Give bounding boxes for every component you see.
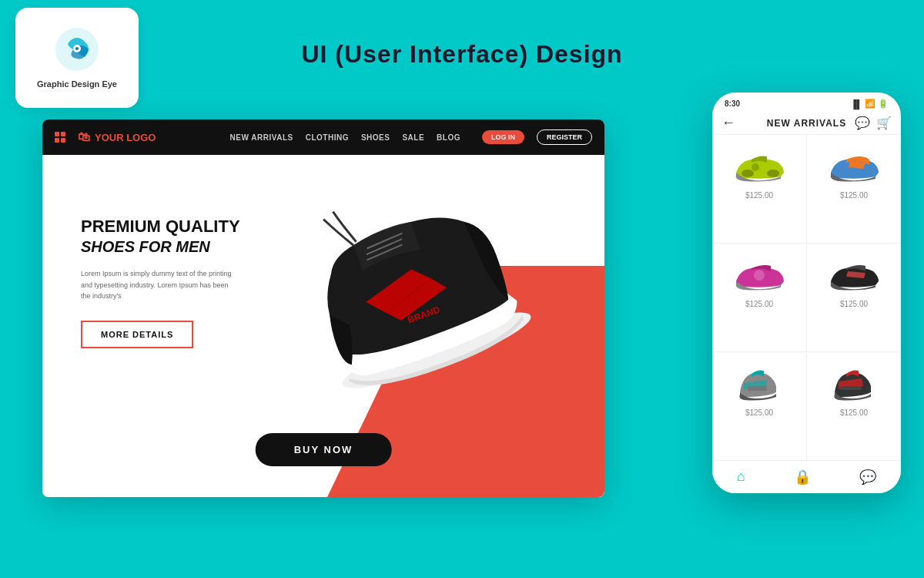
mobile-bottom-nav: ⌂ 🔒 💬 [712, 460, 901, 493]
nav-link-sale[interactable]: SALE [402, 133, 424, 142]
product-card-4[interactable]: $125.00 [807, 244, 901, 351]
nav-link-arrivals[interactable]: NEW ARRIVALS [230, 133, 293, 142]
svg-point-9 [767, 170, 779, 177]
hero-title-line2: SHOES FOR MEN [81, 238, 240, 256]
register-button[interactable]: REGISTER [537, 129, 592, 145]
desktop-hero: PREMIUM QUALITY SHOES FOR MEN Lorem Ipsu… [42, 155, 604, 497]
hero-content: PREMIUM QUALITY SHOES FOR MEN Lorem Ipsu… [81, 217, 240, 348]
hero-shoe-image: BRAND [266, 170, 558, 417]
svg-rect-13 [840, 386, 862, 390]
brand-name: Graphic Design Eye [37, 79, 117, 89]
product-price-3: $125.00 [745, 300, 773, 308]
nav-link-blog[interactable]: BLOG [437, 133, 460, 142]
nav-brand-name: YOUR LOGO [95, 132, 156, 143]
product-price-4: $125.00 [840, 300, 868, 308]
buy-now-button[interactable]: BUY NOW [256, 433, 392, 466]
mobile-nav-icons: 💬 🛒 [855, 116, 892, 130]
nav-brand: 🛍 YOUR LOGO [78, 130, 156, 144]
product-img-3 [728, 253, 790, 295]
product-card-2[interactable]: $125.00 [807, 135, 901, 243]
product-price-6: $125.00 [840, 408, 868, 417]
product-card-1[interactable]: $125.00 [712, 135, 806, 243]
hero-description: Lorem Ipsum is simply dummy text of the … [81, 268, 235, 301]
home-nav-icon[interactable]: ⌂ [737, 469, 745, 486]
back-button[interactable]: ← [721, 115, 735, 131]
product-price-2: $125.00 [840, 191, 868, 200]
product-price-1: $125.00 [745, 191, 773, 200]
nav-link-clothing[interactable]: CLOTHING [306, 133, 349, 142]
mobile-mockup: 8:30 ▐▌ 📶 🔋 ← NEW ARRIVALS 💬 🛒 [712, 92, 901, 493]
login-button[interactable]: LOG IN [482, 130, 524, 144]
shoe-svg: BRAND [281, 186, 543, 402]
svg-point-10 [752, 163, 759, 171]
nav-links: NEW ARRIVALS CLOTHING SHOES SALE BLOG [230, 133, 460, 142]
product-img-6 [823, 361, 885, 404]
product-img-2 [823, 144, 885, 187]
wifi-icon: 📶 [865, 99, 875, 109]
product-price-5: $125.00 [745, 408, 773, 417]
desktop-navbar: 🛍 YOUR LOGO NEW ARRIVALS CLOTHING SHOES … [42, 119, 604, 155]
product-card-6[interactable]: $125.00 [807, 352, 901, 460]
desktop-mockup: 🛍 YOUR LOGO NEW ARRIVALS CLOTHING SHOES … [42, 119, 604, 497]
bag-icon: 🛍 [78, 130, 90, 144]
signal-bars-icon: ▐▌ [850, 99, 862, 109]
grid-icon [55, 132, 65, 143]
product-img-1 [728, 144, 790, 187]
status-time: 8:30 [725, 99, 740, 108]
battery-icon: 🔋 [878, 99, 889, 109]
mobile-nav-bar: ← NEW ARRIVALS 💬 🛒 [712, 112, 901, 135]
chat-icon[interactable]: 💬 [855, 116, 870, 130]
product-img-4 [823, 253, 885, 295]
nav-link-shoes[interactable]: SHOES [361, 133, 390, 142]
product-img-5 [728, 361, 790, 404]
svg-point-8 [742, 170, 754, 177]
cart-icon[interactable]: 🛒 [876, 116, 892, 130]
svg-rect-12 [748, 386, 767, 391]
product-card-5[interactable]: $125.00 [712, 352, 806, 460]
svg-point-11 [754, 270, 765, 281]
mobile-status-bar: 8:30 ▐▌ 📶 🔋 [712, 92, 901, 112]
page-title: UI (User Interface) Design [0, 40, 924, 69]
hero-title-line1: PREMIUM QUALITY [81, 217, 240, 237]
lock-nav-icon[interactable]: 🔒 [794, 469, 811, 486]
more-details-button[interactable]: MORE DETAILS [81, 321, 193, 348]
mobile-nav-title: NEW ARRIVALS [767, 118, 846, 129]
mobile-products-grid: $125.00 $125.00 [712, 135, 901, 460]
chat-nav-icon[interactable]: 💬 [859, 469, 876, 486]
product-card-3[interactable]: $125.00 [712, 244, 806, 351]
signal-icons: ▐▌ 📶 🔋 [850, 99, 889, 109]
